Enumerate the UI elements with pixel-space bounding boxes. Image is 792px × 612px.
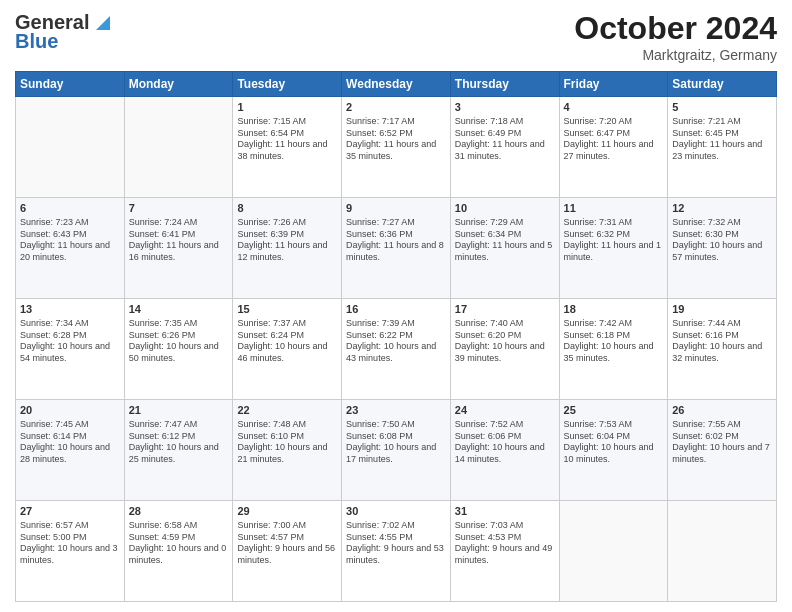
calendar-cell: 18Sunrise: 7:42 AM Sunset: 6:18 PM Dayli… [559, 299, 668, 400]
cell-info-text: Sunrise: 7:32 AM Sunset: 6:30 PM Dayligh… [672, 217, 772, 264]
cell-day-number: 31 [455, 504, 555, 519]
cell-info-text: Sunrise: 7:24 AM Sunset: 6:41 PM Dayligh… [129, 217, 229, 264]
cell-info-text: Sunrise: 7:39 AM Sunset: 6:22 PM Dayligh… [346, 318, 446, 365]
cell-info-text: Sunrise: 7:00 AM Sunset: 4:57 PM Dayligh… [237, 520, 337, 567]
calendar-cell: 19Sunrise: 7:44 AM Sunset: 6:16 PM Dayli… [668, 299, 777, 400]
calendar-week-1: 6Sunrise: 7:23 AM Sunset: 6:43 PM Daylig… [16, 198, 777, 299]
page: General Blue October 2024 Marktgraitz, G… [0, 0, 792, 612]
calendar-cell: 9Sunrise: 7:27 AM Sunset: 6:36 PM Daylig… [342, 198, 451, 299]
calendar-cell [124, 97, 233, 198]
calendar-cell: 31Sunrise: 7:03 AM Sunset: 4:53 PM Dayli… [450, 501, 559, 602]
calendar-cell: 6Sunrise: 7:23 AM Sunset: 6:43 PM Daylig… [16, 198, 125, 299]
cell-day-number: 20 [20, 403, 120, 418]
calendar-cell: 29Sunrise: 7:00 AM Sunset: 4:57 PM Dayli… [233, 501, 342, 602]
logo-triangle-icon [92, 12, 110, 34]
cell-day-number: 22 [237, 403, 337, 418]
cell-info-text: Sunrise: 7:29 AM Sunset: 6:34 PM Dayligh… [455, 217, 555, 264]
calendar-cell: 13Sunrise: 7:34 AM Sunset: 6:28 PM Dayli… [16, 299, 125, 400]
cell-day-number: 30 [346, 504, 446, 519]
cell-info-text: Sunrise: 7:44 AM Sunset: 6:16 PM Dayligh… [672, 318, 772, 365]
cell-info-text: Sunrise: 7:27 AM Sunset: 6:36 PM Dayligh… [346, 217, 446, 264]
cell-day-number: 2 [346, 100, 446, 115]
calendar-cell: 4Sunrise: 7:20 AM Sunset: 6:47 PM Daylig… [559, 97, 668, 198]
cell-info-text: Sunrise: 7:52 AM Sunset: 6:06 PM Dayligh… [455, 419, 555, 466]
cell-day-number: 13 [20, 302, 120, 317]
svg-marker-0 [96, 16, 110, 30]
cell-info-text: Sunrise: 7:23 AM Sunset: 6:43 PM Dayligh… [20, 217, 120, 264]
calendar-cell: 2Sunrise: 7:17 AM Sunset: 6:52 PM Daylig… [342, 97, 451, 198]
calendar-cell: 16Sunrise: 7:39 AM Sunset: 6:22 PM Dayli… [342, 299, 451, 400]
calendar-cell: 26Sunrise: 7:55 AM Sunset: 6:02 PM Dayli… [668, 400, 777, 501]
calendar-cell: 30Sunrise: 7:02 AM Sunset: 4:55 PM Dayli… [342, 501, 451, 602]
calendar-cell: 21Sunrise: 7:47 AM Sunset: 6:12 PM Dayli… [124, 400, 233, 501]
calendar-header-row: SundayMondayTuesdayWednesdayThursdayFrid… [16, 72, 777, 97]
calendar-cell: 11Sunrise: 7:31 AM Sunset: 6:32 PM Dayli… [559, 198, 668, 299]
cell-day-number: 17 [455, 302, 555, 317]
cell-info-text: Sunrise: 7:45 AM Sunset: 6:14 PM Dayligh… [20, 419, 120, 466]
cell-day-number: 28 [129, 504, 229, 519]
cell-info-text: Sunrise: 7:37 AM Sunset: 6:24 PM Dayligh… [237, 318, 337, 365]
cell-day-number: 9 [346, 201, 446, 216]
cell-info-text: Sunrise: 7:47 AM Sunset: 6:12 PM Dayligh… [129, 419, 229, 466]
cell-info-text: Sunrise: 6:58 AM Sunset: 4:59 PM Dayligh… [129, 520, 229, 567]
calendar-cell: 17Sunrise: 7:40 AM Sunset: 6:20 PM Dayli… [450, 299, 559, 400]
cell-day-number: 10 [455, 201, 555, 216]
cell-info-text: Sunrise: 7:53 AM Sunset: 6:04 PM Dayligh… [564, 419, 664, 466]
calendar-table: SundayMondayTuesdayWednesdayThursdayFrid… [15, 71, 777, 602]
calendar-cell: 8Sunrise: 7:26 AM Sunset: 6:39 PM Daylig… [233, 198, 342, 299]
calendar-week-0: 1Sunrise: 7:15 AM Sunset: 6:54 PM Daylig… [16, 97, 777, 198]
cell-info-text: Sunrise: 7:42 AM Sunset: 6:18 PM Dayligh… [564, 318, 664, 365]
calendar-cell: 23Sunrise: 7:50 AM Sunset: 6:08 PM Dayli… [342, 400, 451, 501]
calendar-week-3: 20Sunrise: 7:45 AM Sunset: 6:14 PM Dayli… [16, 400, 777, 501]
cell-day-number: 19 [672, 302, 772, 317]
cell-day-number: 8 [237, 201, 337, 216]
logo: General Blue [15, 10, 110, 53]
day-header-sunday: Sunday [16, 72, 125, 97]
day-header-tuesday: Tuesday [233, 72, 342, 97]
day-header-monday: Monday [124, 72, 233, 97]
calendar-cell: 28Sunrise: 6:58 AM Sunset: 4:59 PM Dayli… [124, 501, 233, 602]
title-block: October 2024 Marktgraitz, Germany [574, 10, 777, 63]
cell-info-text: Sunrise: 6:57 AM Sunset: 5:00 PM Dayligh… [20, 520, 120, 567]
calendar-cell: 20Sunrise: 7:45 AM Sunset: 6:14 PM Dayli… [16, 400, 125, 501]
cell-day-number: 29 [237, 504, 337, 519]
cell-info-text: Sunrise: 7:02 AM Sunset: 4:55 PM Dayligh… [346, 520, 446, 567]
calendar-cell: 5Sunrise: 7:21 AM Sunset: 6:45 PM Daylig… [668, 97, 777, 198]
cell-day-number: 24 [455, 403, 555, 418]
cell-info-text: Sunrise: 7:35 AM Sunset: 6:26 PM Dayligh… [129, 318, 229, 365]
cell-day-number: 14 [129, 302, 229, 317]
calendar-cell: 1Sunrise: 7:15 AM Sunset: 6:54 PM Daylig… [233, 97, 342, 198]
calendar-cell: 10Sunrise: 7:29 AM Sunset: 6:34 PM Dayli… [450, 198, 559, 299]
calendar-cell: 27Sunrise: 6:57 AM Sunset: 5:00 PM Dayli… [16, 501, 125, 602]
cell-day-number: 16 [346, 302, 446, 317]
cell-day-number: 26 [672, 403, 772, 418]
cell-day-number: 7 [129, 201, 229, 216]
day-header-friday: Friday [559, 72, 668, 97]
location: Marktgraitz, Germany [574, 47, 777, 63]
cell-info-text: Sunrise: 7:21 AM Sunset: 6:45 PM Dayligh… [672, 116, 772, 163]
calendar-week-2: 13Sunrise: 7:34 AM Sunset: 6:28 PM Dayli… [16, 299, 777, 400]
calendar-cell: 25Sunrise: 7:53 AM Sunset: 6:04 PM Dayli… [559, 400, 668, 501]
day-header-wednesday: Wednesday [342, 72, 451, 97]
cell-day-number: 21 [129, 403, 229, 418]
cell-info-text: Sunrise: 7:20 AM Sunset: 6:47 PM Dayligh… [564, 116, 664, 163]
cell-info-text: Sunrise: 7:17 AM Sunset: 6:52 PM Dayligh… [346, 116, 446, 163]
cell-info-text: Sunrise: 7:31 AM Sunset: 6:32 PM Dayligh… [564, 217, 664, 264]
cell-day-number: 11 [564, 201, 664, 216]
calendar-cell [16, 97, 125, 198]
cell-info-text: Sunrise: 7:26 AM Sunset: 6:39 PM Dayligh… [237, 217, 337, 264]
day-header-thursday: Thursday [450, 72, 559, 97]
calendar-cell: 12Sunrise: 7:32 AM Sunset: 6:30 PM Dayli… [668, 198, 777, 299]
calendar-cell: 14Sunrise: 7:35 AM Sunset: 6:26 PM Dayli… [124, 299, 233, 400]
logo-blue: Blue [15, 30, 58, 53]
cell-day-number: 18 [564, 302, 664, 317]
calendar-cell: 24Sunrise: 7:52 AM Sunset: 6:06 PM Dayli… [450, 400, 559, 501]
calendar-cell [559, 501, 668, 602]
cell-day-number: 15 [237, 302, 337, 317]
cell-info-text: Sunrise: 7:34 AM Sunset: 6:28 PM Dayligh… [20, 318, 120, 365]
cell-day-number: 1 [237, 100, 337, 115]
cell-day-number: 23 [346, 403, 446, 418]
cell-info-text: Sunrise: 7:55 AM Sunset: 6:02 PM Dayligh… [672, 419, 772, 466]
cell-info-text: Sunrise: 7:40 AM Sunset: 6:20 PM Dayligh… [455, 318, 555, 365]
month-title: October 2024 [574, 10, 777, 47]
